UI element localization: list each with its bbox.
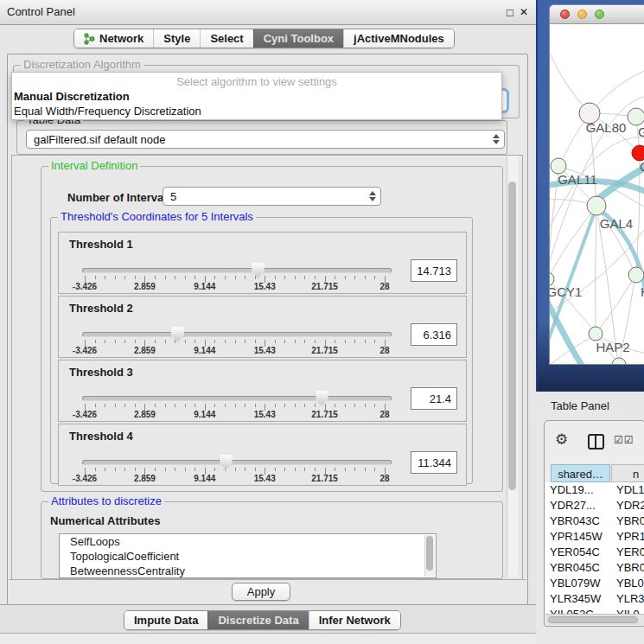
threshold-label: Threshold 1 <box>69 238 133 251</box>
slider-track[interactable] <box>82 396 392 401</box>
zoom-traffic-light[interactable] <box>595 10 604 19</box>
algorithm-option-1[interactable]: Manual Discretization <box>14 89 498 104</box>
attribute-item[interactable]: TopologicalCoefficient <box>60 549 436 564</box>
gear-icon[interactable]: ⚙ <box>555 430 568 449</box>
threshold-value-field[interactable]: 11.344 <box>411 451 457 474</box>
table-row[interactable]: YBR043CYBR0 <box>545 513 644 529</box>
slider-tick <box>115 276 116 279</box>
slider-tick <box>275 276 276 279</box>
table-horizontal-scrollbar[interactable] <box>545 614 644 625</box>
table-row[interactable]: YBR045CYBR0 <box>545 560 644 576</box>
network-edge[interactable] <box>596 207 596 333</box>
network-node-h[interactable] <box>628 267 644 283</box>
threshold-label: Threshold 2 <box>69 302 133 315</box>
minimize-traffic-light[interactable] <box>577 10 587 19</box>
network-edge-thick[interactable] <box>550 298 583 364</box>
table-data-combo[interactable]: galFiltered.sif default node <box>26 130 505 149</box>
slider-tick <box>374 340 375 343</box>
table-row[interactable]: YDL19...YDL1 <box>545 482 644 498</box>
slider-tick <box>124 276 125 279</box>
slider-tick <box>374 468 375 471</box>
network-node-hap2[interactable] <box>589 327 603 341</box>
network-edge-thick[interactable] <box>594 167 644 202</box>
cyni-toolbox-panel: Discretization Algorithm Select algorith… <box>7 54 528 605</box>
table-row[interactable]: YPR145WYPR1 <box>545 529 644 545</box>
tab-infer-network[interactable]: Infer Network <box>309 611 400 629</box>
column-checkboxes-icon[interactable]: ☑☑ <box>614 434 634 446</box>
network-view-window: GAL80GACGAL11GAL4GCY1HHAP2 <box>549 4 644 365</box>
slider-tick <box>335 340 335 343</box>
float-window-button[interactable]: □ <box>503 6 517 20</box>
table-row[interactable]: YBL079WYBL0 <box>545 576 644 591</box>
slider-tick <box>354 468 355 471</box>
slider-tick <box>345 340 346 343</box>
combo-spinner-icon[interactable] <box>492 134 500 144</box>
close-traffic-light[interactable] <box>560 10 570 19</box>
tab-label: Style <box>163 32 190 45</box>
slider-tick <box>304 276 305 279</box>
apply-button[interactable]: Apply <box>232 583 290 601</box>
network-node-ga[interactable] <box>628 108 644 125</box>
table-rows: YDL19...YDL1YDR27...YDR2YBR043CYBR0YPR14… <box>545 482 644 614</box>
table-column-header-2[interactable]: n <box>611 464 644 482</box>
algorithm-option-2[interactable]: Equal Width/Frequency Discretization <box>14 104 498 118</box>
scrollbar-thumb[interactable] <box>508 182 516 490</box>
attribute-item[interactable]: SelfLoops <box>60 534 436 549</box>
network-node-gal4[interactable] <box>587 196 606 215</box>
table-row[interactable]: YER054CYER0 <box>545 545 644 560</box>
table-row[interactable]: YLR345WYLR3 <box>545 591 644 607</box>
num-intervals-combo[interactable]: 5 <box>163 187 381 206</box>
slider-thumb[interactable] <box>252 263 265 278</box>
slider-tick-label: 21.715 <box>305 346 345 355</box>
num-intervals-value: 5 <box>170 190 176 203</box>
tab-select[interactable]: Select <box>200 29 252 48</box>
slider-track[interactable] <box>82 268 392 273</box>
table-data-group: Table Data galFiltered.sif default node <box>16 120 507 155</box>
table-row[interactable]: YDR27...YDR2 <box>545 498 644 513</box>
tab-impute-data[interactable]: Impute Data <box>124 611 207 629</box>
close-window-button[interactable]: ✕ <box>517 6 531 20</box>
tab-discretize-data[interactable]: Discretize Data <box>207 611 308 629</box>
threshold-value-field[interactable]: 21.4 <box>411 387 457 410</box>
slider-track[interactable] <box>82 332 392 337</box>
network-canvas[interactable]: GAL80GACGAL11GAL4GCY1HHAP2 <box>550 23 644 364</box>
slider-tick <box>345 404 346 407</box>
slider-tick <box>354 276 355 279</box>
table-cell: YDL19... <box>550 482 594 498</box>
combo-spinner-icon[interactable] <box>368 191 376 201</box>
slider-thumb[interactable] <box>316 391 328 406</box>
tab-cyni-toolbox[interactable]: Cyni Toolbox <box>253 29 343 48</box>
tab-network[interactable]: Network <box>74 29 153 48</box>
table-row[interactable]: YIL052CYIL0 <box>545 607 644 614</box>
scrollbar-thumb[interactable] <box>548 616 638 623</box>
slider-tick <box>135 276 136 279</box>
network-node-label: C <box>640 159 644 174</box>
tab-jactivemnodules[interactable]: jActiveMNodules <box>343 29 454 48</box>
slider-tick <box>135 468 136 471</box>
split-columns-icon[interactable] <box>588 434 604 450</box>
slider-tick <box>194 404 195 407</box>
table-column-header-1[interactable]: shared… <box>551 464 610 482</box>
interval-definition-title: Interval Definition <box>48 159 140 173</box>
slider-tick <box>185 468 186 471</box>
threshold-panel-2: Threshold 2-3.4262.8599.14415.4321.71528… <box>58 296 467 358</box>
tab-style[interactable]: Style <box>153 29 200 48</box>
threshold-panel-4: Threshold 4-3.4262.8599.14415.4321.71528… <box>58 424 467 486</box>
attributes-list-scrollbar[interactable] <box>424 535 435 577</box>
slider-tick <box>225 276 226 279</box>
slider-tick <box>194 468 195 471</box>
interval-definition-group: Interval Definition Number of Intervals … <box>41 166 503 492</box>
slider-tick <box>354 404 355 407</box>
slider-tick <box>155 340 156 343</box>
threshold-label: Threshold 4 <box>69 430 133 443</box>
settings-vertical-scrollbar[interactable] <box>507 156 518 577</box>
network-edge[interactable] <box>596 276 635 333</box>
attribute-item[interactable]: BetweennessCentrality <box>60 564 436 578</box>
threshold-value-field[interactable]: 6.316 <box>411 323 457 346</box>
slider-tick <box>135 404 136 407</box>
network-node-label: GAL11 <box>558 172 597 187</box>
slider-track[interactable] <box>82 460 392 465</box>
slider-thumb[interactable] <box>220 455 233 470</box>
threshold-value-field[interactable]: 14.713 <box>411 259 457 282</box>
slider-thumb[interactable] <box>171 327 184 342</box>
